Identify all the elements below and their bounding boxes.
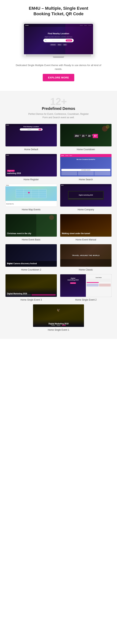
demo-label-register: Home Register <box>5 178 57 181</box>
demos-title: Predefined Demos <box>4 106 113 111</box>
demo-item-classic[interactable]: TRAVEL AROUND THE WORLD Home Classic <box>60 244 112 271</box>
demo-item-single1[interactable]: 🦅 Digital Marketing 2018 Home Single Eve… <box>33 304 84 331</box>
demo-thumb-single1[interactable]: 🦅 Digital Marketing 2018 <box>33 304 84 327</box>
demo-thumb-event-basic[interactable]: Christmas event in the city <box>5 214 57 237</box>
demo-label-default: Home Default <box>5 148 57 151</box>
laptop-stand <box>53 56 64 58</box>
demo-label-countdown2: Home Countdown 2 <box>5 268 57 271</box>
demo-thumb-single2[interactable]: Digitalmarketing 2019 Book Now Event Det… <box>60 274 112 297</box>
hero-section: EM4U – Multiple, Single EventBooking Tic… <box>0 0 117 91</box>
demo-item-countdown2[interactable]: Digital Camera discovery festival Home C… <box>5 244 57 271</box>
search-bar-icon: 🔍 <box>45 40 47 41</box>
countdown-secs: 57 <box>93 134 98 138</box>
countdown-hours: 15 <box>81 134 86 138</box>
demos-grid: Em4u Find Nearby Location Search... Go H… <box>5 124 112 301</box>
tag2: Music <box>57 44 62 46</box>
demo-item-search[interactable]: Em4u Events About We Are Creative Em4uPr… <box>60 154 112 181</box>
demo-label-single3: Home Single Event 3 <box>5 298 57 301</box>
demo-label-single2: Home Single Event 2 <box>60 298 112 301</box>
search-bar[interactable]: 🔍 Search location... Search <box>43 39 74 42</box>
register-btn: Register Now <box>7 170 15 172</box>
demo-label-map: Home Map Events <box>5 208 57 211</box>
laptop-screen: Em4u Events About Contact Find Nearby Lo… <box>24 24 93 54</box>
demo-label-classic: Home Classic <box>60 268 112 271</box>
demo-item-event-basic[interactable]: Christmas event in the city Home Event B… <box>5 214 57 241</box>
tag3: Sport <box>63 44 67 46</box>
demo-item-map[interactable]: Em4u <box>5 184 57 211</box>
demo-item-default[interactable]: Em4u Find Nearby Location Search... Go H… <box>5 124 57 151</box>
demo-item-single3[interactable]: Digital Marketing 2018 Home Single Event… <box>5 274 57 301</box>
explore-more-button[interactable]: EXPLORE MORE <box>43 74 74 81</box>
demo-item-single2[interactable]: Digitalmarketing 2019 Book Now Event Det… <box>60 274 112 301</box>
tag1: All Events <box>50 44 56 46</box>
event-basic-overlay: Christmas event in the city <box>7 232 55 235</box>
countdown-boxes: 254 15 18 57 <box>74 134 98 138</box>
demo-label-countdown: Home Countdown <box>60 148 112 151</box>
travel-text: TRAVEL AROUND THE WORLD <box>63 254 109 256</box>
find-location-box: Find Nearby Location Digital top cities … <box>43 32 74 46</box>
demo-label-event-basic: Home Event Basic <box>5 238 57 241</box>
demo-single1-wrapper: 🦅 Digital Marketing 2018 Home Single Eve… <box>4 304 113 331</box>
demo-thumb-map[interactable]: Em4u <box>5 184 57 207</box>
demo-label-event-manual: Home Event Manual <box>60 238 112 241</box>
demo-item-company[interactable]: Em4u Digital marketing 2019 Home Company <box>60 184 112 211</box>
screen-content: Em4u Events About Contact Find Nearby Lo… <box>24 24 93 54</box>
demo-thumb-company[interactable]: Em4u Digital marketing 2019 <box>60 184 112 207</box>
demos-section: 12+ Predefined Demos Perfect Demos for E… <box>0 91 117 339</box>
laptop-base <box>26 54 91 56</box>
hero-title: EM4U – Multiple, Single EventBooking Tic… <box>7 6 110 16</box>
demos-count: 12+ <box>4 96 113 106</box>
event-manual-overlay: Walking street under the tunnel <box>62 232 110 235</box>
demo-thumb-classic[interactable]: TRAVEL AROUND THE WORLD <box>60 244 112 267</box>
search-bar-text: Search location... <box>47 40 66 41</box>
map-footer: Events Near You <box>6 203 14 204</box>
demo-thumb-register[interactable]: Em4u Digitalmarketing 2019 Register Now <box>5 154 57 177</box>
hero-subtitle: Dedicated Single Multiple Event theme wi… <box>15 64 102 71</box>
search-hero-text: We Are Creative Em4uPro <box>61 158 110 160</box>
demo-thumb-single3[interactable]: Digital Marketing 2018 <box>5 274 57 297</box>
demo-thumb-event-manual[interactable]: Walking street under the tunnel <box>60 214 112 237</box>
demo-label-search: Home Search <box>60 178 112 181</box>
demo-thumb-countdown2[interactable]: Digital Camera discovery festival <box>5 244 57 267</box>
demo-thumb-search[interactable]: Em4u Events About We Are Creative Em4uPr… <box>60 154 112 177</box>
countdown-days: 254 <box>74 134 80 138</box>
demo-label-company: Home Company <box>60 208 112 211</box>
demo-item-countdown[interactable]: Christmas event in the city 254 15 18 57… <box>60 124 112 151</box>
find-location-text: Find Nearby Location <box>43 32 74 35</box>
screen-tagline: Digital top cities attractions, activiti… <box>43 36 74 38</box>
countdown-mins: 18 <box>87 134 92 138</box>
demo-item-register[interactable]: Em4u Digitalmarketing 2019 Register Now … <box>5 154 57 181</box>
map-pin <box>28 192 30 194</box>
demos-subtitle: Perfect Demos for Event, Conference, Cou… <box>28 112 89 119</box>
demo-thumb-countdown[interactable]: Christmas event in the city 254 15 18 57 <box>60 124 112 146</box>
search-btn[interactable]: Search <box>66 40 72 42</box>
demo-item-event-manual[interactable]: Walking street under the tunnel Home Eve… <box>60 214 112 241</box>
upcoming-events: UPCOMING EVENTS <box>61 169 110 171</box>
screen-logo: Em4u <box>25 25 28 26</box>
demo-label-single1: Home Single Event 1 <box>33 328 84 331</box>
laptop-container: Em4u Events About Contact Find Nearby Lo… <box>19 22 98 58</box>
countdown2-overlay: Digital Camera discovery festival <box>7 262 55 265</box>
laptop-wrapper: Em4u Events About Contact Find Nearby Lo… <box>22 22 95 56</box>
demo-thumb-default[interactable]: Em4u Find Nearby Location Search... Go <box>5 124 57 146</box>
